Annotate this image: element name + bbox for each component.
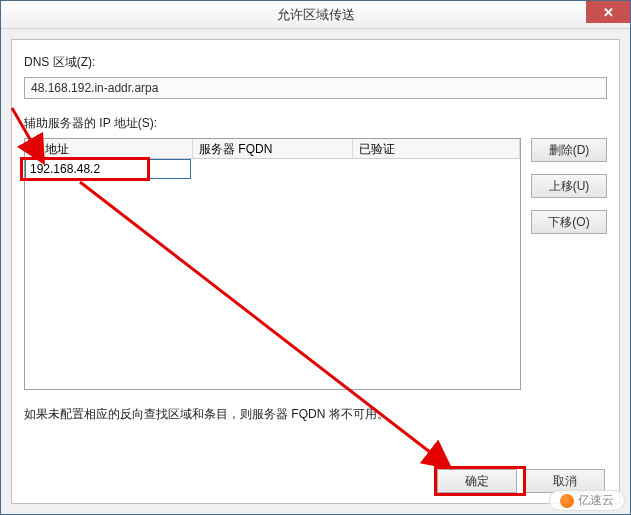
- titlebar: 允许区域传送 ✕: [1, 1, 630, 29]
- ip-input[interactable]: [26, 160, 190, 178]
- side-buttons: 删除(D) 上移(U) 下移(O): [531, 138, 607, 390]
- ip-edit-cell: [25, 159, 191, 179]
- list-header: IP 地址 服务器 FQDN 已验证: [25, 139, 520, 159]
- note-text: 如果未配置相应的反向查找区域和条目，则服务器 FQDN 将不可用。: [24, 406, 607, 423]
- dns-zone-field[interactable]: [24, 77, 607, 99]
- watermark-icon: [560, 494, 574, 508]
- dialog-window: 允许区域传送 ✕ DNS 区域(Z): 辅助服务器的 IP 地址(S): IP …: [0, 0, 631, 515]
- move-down-button[interactable]: 下移(O): [531, 210, 607, 234]
- delete-button[interactable]: 删除(D): [531, 138, 607, 162]
- col-header-fqdn[interactable]: 服务器 FQDN: [193, 139, 353, 158]
- dns-zone-label: DNS 区域(Z):: [24, 54, 607, 71]
- ok-button[interactable]: 确定: [437, 469, 517, 493]
- watermark-text: 亿速云: [578, 492, 614, 509]
- ip-list[interactable]: IP 地址 服务器 FQDN 已验证: [24, 138, 521, 390]
- col-header-ip[interactable]: IP 地址: [25, 139, 193, 158]
- close-icon: ✕: [603, 5, 614, 20]
- watermark: 亿速云: [549, 490, 625, 511]
- dialog-content: DNS 区域(Z): 辅助服务器的 IP 地址(S): IP 地址 服务器 FQ…: [11, 39, 620, 504]
- close-button[interactable]: ✕: [586, 1, 630, 23]
- window-title: 允许区域传送: [277, 6, 355, 24]
- col-header-verified[interactable]: 已验证: [353, 139, 520, 158]
- aux-servers-label: 辅助服务器的 IP 地址(S):: [24, 115, 607, 132]
- move-up-button[interactable]: 上移(U): [531, 174, 607, 198]
- ip-list-container: IP 地址 服务器 FQDN 已验证: [24, 138, 521, 390]
- aux-servers-area: IP 地址 服务器 FQDN 已验证 删除(D) 上移(U) 下移(O): [24, 138, 607, 390]
